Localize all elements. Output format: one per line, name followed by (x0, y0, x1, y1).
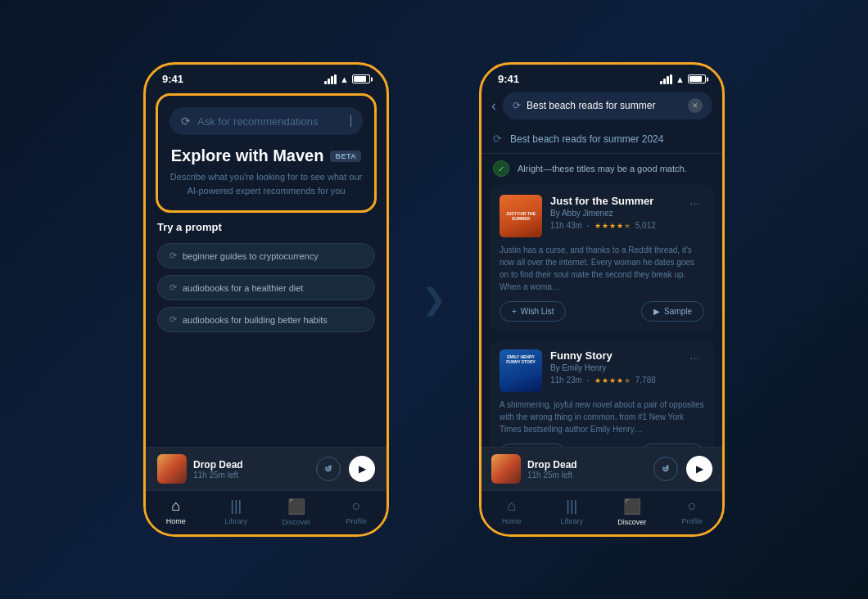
profile-icon-1: ○ (352, 498, 361, 515)
now-playing-controls-2: ↺ 30 ▶ (653, 456, 712, 482)
search-suggestion[interactable]: ⟳ Best beach reads for summer 2024 (481, 126, 722, 151)
star-b2: ★ (602, 376, 608, 385)
search-header: ‹ ⟳ Best beach reads for summer ✕ (481, 88, 722, 126)
status-bar-2: 9:41 ▲ (481, 65, 722, 88)
book-author-1: By Abby Jimenez (550, 209, 676, 218)
nav-discover-label-2: Discover (617, 518, 646, 526)
status-icons-2: ▲ (660, 74, 706, 84)
signal-icon-2 (660, 74, 672, 84)
play-button-2[interactable]: ▶ (686, 456, 712, 482)
phone1-content: ⟳ Ask for recommendations Explore with M… (146, 88, 387, 534)
nav-library-label-2: Library (560, 517, 583, 525)
replay-button-2[interactable]: ↺ 30 (653, 457, 678, 481)
nav-profile-label-1: Profile (346, 517, 367, 525)
star-b4: ★ (617, 376, 623, 385)
book-more-button-2[interactable]: ··· (685, 349, 704, 366)
book-info-1: Just for the Summer By Abby Jimenez 11h … (550, 195, 676, 230)
book-description-2: A shimmering, joyful new novel about a p… (500, 399, 704, 435)
play-button-1[interactable]: ▶ (349, 456, 375, 482)
prompt-chip-3[interactable]: ⟳ audiobooks for building better habits (157, 307, 375, 332)
star-1: ★ (594, 222, 601, 230)
book-card-header-1: JUST FOR THE SUMMER Just for the Summer … (500, 195, 704, 237)
search-clear-button[interactable]: ✕ (688, 98, 703, 113)
signal-icon-1 (324, 74, 337, 84)
search-bar-active[interactable]: ⟳ Best beach reads for summer ✕ (503, 92, 712, 119)
home-icon-1: ⌂ (171, 498, 180, 515)
prompt-chip-label-2: audiobooks for a healthier diet (183, 283, 303, 293)
book-title-2: Funny Story (550, 349, 676, 362)
nav-profile-1[interactable]: ○ Profile (327, 498, 387, 526)
back-button[interactable]: ‹ (491, 97, 496, 115)
phones-container: 9:41 ▲ ⟳ Ask for recommendations (143, 62, 725, 537)
book-description-1: Justin has a curse, and thanks to a Redd… (500, 244, 704, 293)
nav-home-1[interactable]: ⌂ Home (146, 498, 206, 526)
maven-title-row: Explore with Maven BETA (170, 146, 363, 165)
profile-icon-2: ○ (688, 498, 697, 515)
book-stars-2: ★ ★ ★ ★ ★ (594, 376, 631, 385)
maven-ai-icon: ⟳ (181, 115, 191, 128)
book-stars-1: ★ ★ ★ ★ ★ (594, 222, 631, 230)
star-5: ★ (624, 222, 631, 230)
wifi-icon-2: ▲ (676, 74, 685, 84)
nav-discover-2[interactable]: ⬛ Discover (602, 498, 662, 526)
now-playing-art-1 (157, 454, 187, 484)
nav-home-2[interactable]: ⌂ Home (481, 498, 542, 526)
sample-button-1[interactable]: ▶ Sample (641, 301, 704, 322)
star-b1: ★ (594, 376, 601, 385)
beta-badge: BETA (330, 151, 361, 162)
book-info-2: Funny Story By Emily Henry 11h 23m • ★ ★… (550, 349, 676, 385)
nav-discover-label-1: Discover (282, 518, 310, 526)
nav-library-1[interactable]: ||| Library (206, 498, 267, 526)
prompt-ai-icon-3: ⟳ (170, 314, 177, 325)
book-cover-2: EMILY HENRY FUNNY STORY (500, 349, 542, 392)
book-meta-1: 11h 43m • ★ ★ ★ ★ ★ 5,012 (550, 221, 676, 230)
prompt-chip-label-1: beginner guides to cryptocurrency (183, 251, 319, 261)
book-dot-2: • (587, 376, 590, 384)
wish-list-button-1[interactable]: + Wish List (500, 301, 566, 322)
phone-2: 9:41 ▲ ‹ ⟳ Best beach rea (479, 62, 725, 537)
now-playing-2: Drop Dead 11h 25m left ↺ 30 ▶ (481, 447, 722, 490)
star-3: ★ (609, 222, 616, 230)
library-icon-2: ||| (566, 498, 577, 515)
status-time-1: 9:41 (162, 73, 183, 85)
star-4: ★ (617, 222, 623, 230)
phone-1: 9:41 ▲ ⟳ Ask for recommendations (143, 62, 389, 537)
prompt-chip-label-3: audiobooks for building better habits (183, 315, 328, 325)
nav-library-2[interactable]: ||| Library (542, 498, 603, 526)
book-more-button-1[interactable]: ··· (685, 195, 704, 211)
alright-message: ✓ Alright—these titles may be a good mat… (481, 155, 722, 185)
prompt-chip-1[interactable]: ⟳ beginner guides to cryptocurrency (157, 243, 375, 268)
now-playing-info-1: Drop Dead 11h 25m left (193, 459, 310, 480)
nav-discover-1[interactable]: ⬛ Discover (266, 498, 327, 526)
suggestion-text: Best beach reads for summer 2024 (510, 133, 663, 145)
book-author-2: By Emily Henry (550, 363, 676, 372)
star-b3: ★ (609, 376, 616, 385)
prompt-chip-2[interactable]: ⟳ audiobooks for a healthier diet (157, 275, 375, 300)
maven-section: ⟳ Ask for recommendations Explore with M… (156, 93, 377, 213)
maven-cursor (350, 115, 352, 127)
book-card-header-2: EMILY HENRY FUNNY STORY Funny Story By E… (500, 349, 704, 392)
arrow-divider: ❯ (422, 282, 446, 317)
now-playing-title-1: Drop Dead (193, 459, 310, 471)
try-prompt-section: Try a prompt ⟳ beginner guides to crypto… (146, 221, 387, 447)
search-bar-icon: ⟳ (513, 100, 521, 111)
maven-search-bar[interactable]: ⟳ Ask for recommendations (170, 107, 363, 135)
maven-subtitle: Describe what you're looking for to see … (170, 170, 363, 197)
replay-button-1[interactable]: ↺ 30 (316, 457, 341, 481)
nav-profile-2[interactable]: ○ Profile (662, 498, 723, 526)
library-icon-1: ||| (230, 498, 242, 515)
nav-profile-label-2: Profile (681, 517, 703, 525)
battery-icon-1 (352, 74, 370, 83)
suggestion-clock-icon: ⟳ (493, 133, 502, 145)
status-bar-1: 9:41 ▲ (146, 65, 387, 88)
wifi-icon-1: ▲ (340, 74, 349, 84)
home-icon-2: ⌂ (507, 498, 516, 515)
book-card-2: EMILY HENRY FUNNY STORY Funny Story By E… (490, 340, 714, 447)
book-duration-1: 11h 43m (550, 221, 582, 230)
books-scroll: JUST FOR THE SUMMER Just for the Summer … (481, 185, 722, 447)
wish-list-label-1: Wish List (521, 307, 554, 316)
book-duration-2: 11h 23m (550, 376, 582, 385)
prompt-ai-icon-2: ⟳ (170, 282, 177, 293)
now-playing-time-2: 11h 25m left (527, 471, 647, 480)
status-time-2: 9:41 (498, 73, 519, 85)
